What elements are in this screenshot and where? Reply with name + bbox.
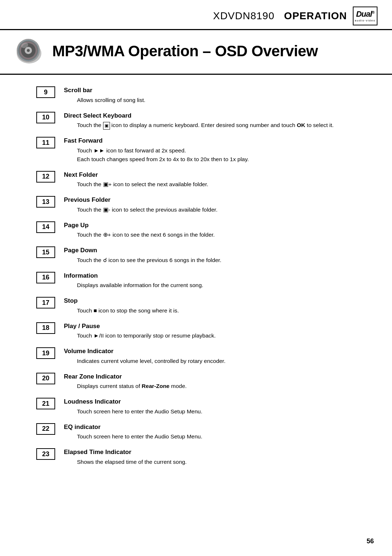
item-description: Touch the ⊕+ icon to see the next 6 song…	[64, 230, 370, 239]
item-title: Page Down	[64, 246, 370, 255]
list-item: 14Page UpTouch the ⊕+ icon to see the ne…	[36, 221, 370, 240]
header-title: XDVDN8190 OPERATION	[213, 10, 347, 22]
item-title: Scroll bar	[64, 86, 370, 95]
item-description: Touch screen here to enter the Audio Set…	[64, 432, 370, 441]
item-title: Play / Pause	[64, 322, 370, 331]
item-title: Rear Zone Indicator	[64, 372, 370, 381]
list-item: 23Elapsed Time IndicatorShows the elapse…	[36, 447, 370, 466]
item-number-badge: 23	[36, 448, 55, 460]
logo-dual-text: Dual®	[356, 10, 374, 18]
item-number-badge: 12	[36, 171, 55, 183]
item-description: Touch ►/II icon to temporarily stop or r…	[64, 331, 370, 340]
item-number-badge: 21	[36, 398, 55, 409]
list-item: 18Play / PauseTouch ►/II icon to tempora…	[36, 322, 370, 340]
item-number-badge: 22	[36, 423, 55, 435]
item-number-badge: 10	[36, 112, 55, 123]
item-title: Previous Folder	[64, 195, 370, 205]
item-description: Touch ■ icon to stop the song where it i…	[64, 306, 370, 315]
item-title: Fast Forward	[64, 136, 370, 146]
item-number-badge: 11	[36, 137, 55, 148]
item-description: Touch the ▣- icon to select the previous…	[64, 205, 370, 214]
item-number-badge: 18	[36, 322, 55, 334]
item-title: Page Up	[64, 221, 370, 230]
item-title: Next Folder	[64, 170, 370, 180]
page-title-row: MP3/WMA Operation – OSD Overview	[0, 30, 392, 75]
item-number-badge: 13	[36, 196, 55, 208]
item-number-badge: 15	[36, 246, 55, 258]
list-item: 19Volume IndicatorIndicates current volu…	[36, 347, 370, 365]
logo-al: al	[366, 9, 372, 19]
list-item: 9Scroll barAllows scrolling of song list…	[36, 86, 370, 105]
list-item: 12Next FolderTouch the ▣+ icon to select…	[36, 170, 370, 189]
svg-point-5	[27, 49, 30, 52]
item-number-badge: 16	[36, 272, 55, 283]
item-description: Displays current status of Rear-Zone mod…	[64, 382, 370, 391]
item-number-badge: 9	[36, 86, 55, 98]
item-title: Stop	[64, 296, 370, 306]
registered-mark: ®	[372, 10, 374, 14]
item-description: Touch screen here to enter the Audio Set…	[64, 407, 370, 416]
item-description: Touch the ▣ icon to display a numeric ke…	[64, 121, 370, 130]
page-header: XDVDN8190 OPERATION Dual® audio·video	[0, 0, 392, 30]
content-area: 9Scroll barAllows scrolling of song list…	[0, 75, 392, 487]
item-description: Displays available information for the c…	[64, 281, 370, 290]
disc-icon	[15, 37, 44, 66]
brand-logo: Dual® audio·video	[353, 7, 377, 25]
list-item: 20Rear Zone IndicatorDisplays current st…	[36, 372, 370, 391]
item-description: Touch ►► icon to fast forward at 2x spee…	[64, 146, 370, 164]
operation-label: OPERATION	[284, 10, 347, 21]
page-title: MP3/WMA Operation – OSD Overview	[52, 42, 318, 60]
item-number-badge: 20	[36, 373, 55, 384]
list-item: 15Page DownTouch the ☌ icon to see the p…	[36, 246, 370, 265]
list-item: 11Fast ForwardTouch ►► icon to fast forw…	[36, 136, 370, 164]
item-title: EQ indicator	[64, 422, 370, 432]
item-title: Elapsed Time Indicator	[64, 447, 370, 457]
list-item: 10Direct Select KeyboardTouch the ▣ icon…	[36, 111, 370, 130]
list-item: 22EQ indicatorTouch screen here to enter…	[36, 422, 370, 441]
item-number-badge: 19	[36, 347, 55, 359]
list-item: 16InformationDisplays available informat…	[36, 271, 370, 290]
item-description: Allows scrolling of song list.	[64, 96, 370, 105]
item-description: Shows the elapsed time of the current so…	[64, 458, 370, 466]
item-title: Volume Indicator	[64, 347, 370, 356]
model-name: XDVDN8190	[213, 10, 274, 21]
item-description: Touch the ☌ icon to see the previous 6 s…	[64, 256, 370, 265]
item-description: Indicates current volume level, controll…	[64, 357, 370, 365]
list-item: 21Loudness IndicatorTouch screen here to…	[36, 397, 370, 416]
item-title: Information	[64, 271, 370, 281]
list-item: 17StopTouch ■ icon to stop the song wher…	[36, 296, 370, 315]
item-title: Direct Select Keyboard	[64, 111, 370, 120]
item-number-badge: 14	[36, 221, 55, 233]
item-description: Touch the ▣+ icon to select the next ava…	[64, 180, 370, 189]
list-item: 13Previous FolderTouch the ▣- icon to se…	[36, 195, 370, 214]
item-number-badge: 17	[36, 297, 55, 308]
logo-subtitle: audio·video	[355, 19, 375, 22]
item-title: Loudness Indicator	[64, 397, 370, 406]
page-number: 56	[367, 537, 374, 545]
